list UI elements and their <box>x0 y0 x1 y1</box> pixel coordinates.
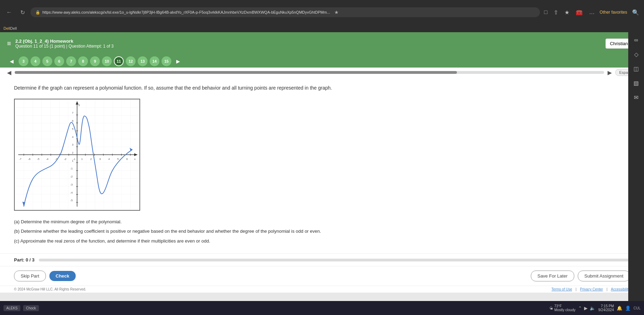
copyright-links: Terms of Use | Privacy Center | Accessib… <box>551 287 630 291</box>
save-for-later-button[interactable]: Save For Later <box>531 271 574 281</box>
weather-temp: 73°F <box>554 304 576 308</box>
dell-toolbar: Dell Dell <box>0 24 644 32</box>
svg-text:5: 5 <box>72 127 74 131</box>
nav-left-arrow[interactable]: ◀ <box>7 57 16 65</box>
share-icon[interactable]: ⇧ <box>552 8 560 17</box>
url-bar[interactable]: 🔒 https://www-awy.aleks.com/alekscgi/x/l… <box>30 7 540 17</box>
weather-widget: 🌤 73°F Mostly cloudy <box>549 304 576 312</box>
taskbar-notification-icon[interactable]: 🔔 <box>617 306 622 311</box>
svg-text:6: 6 <box>72 119 74 122</box>
nav-right-arrow[interactable]: ▶ <box>173 57 183 65</box>
browser-chrome: ← ↻ 🔒 https://www-awy.aleks.com/alekscgi… <box>0 0 644 24</box>
search-icon[interactable]: 🔍 <box>631 8 640 17</box>
nav-dot-5[interactable]: 5 <box>42 56 52 66</box>
back-button[interactable]: ← <box>4 8 15 17</box>
progress-bar-fill <box>15 71 457 74</box>
question-info: Question 11 of 15 (1 point) | Question A… <box>15 44 114 49</box>
nav-dot-15[interactable]: 15 <box>162 56 171 66</box>
nav-dot-13[interactable]: 13 <box>138 56 148 66</box>
weather-info: 73°F Mostly cloudy <box>554 304 576 312</box>
mail-icon[interactable]: ✉ <box>632 93 640 102</box>
terms-of-use-link[interactable]: Terms of Use <box>551 287 572 291</box>
sub-question-c: (c) Approximate the real zeros of the fu… <box>14 237 630 245</box>
nav-dot-10[interactable]: 10 <box>102 56 112 66</box>
time-display: 7:15 PM <box>598 304 614 308</box>
svg-text:-3: -3 <box>70 183 73 186</box>
header-left: ≡ 2.2 (Obj. 1_2_4) Homework Question 11 … <box>7 38 114 49</box>
forward-button[interactable]: ↻ <box>18 8 28 17</box>
taskbar-time: 7:15 PM 9/24/2024 <box>598 304 614 312</box>
content-area: ≡ 2.2 (Obj. 1_2_4) Homework Question 11 … <box>0 32 644 315</box>
cul-label: CUL <box>633 306 640 310</box>
svg-text:4: 4 <box>108 158 110 161</box>
check-button[interactable]: Check <box>49 271 76 281</box>
nav-dot-4[interactable]: 4 <box>30 56 40 66</box>
taskbar-right: 🌤 73°F Mostly cloudy ⌃ ▶ 🔈 7:15 PM 9/24/… <box>549 304 640 312</box>
more-icon[interactable]: … <box>588 8 596 17</box>
taskbar-chevron-icon[interactable]: ⌃ <box>578 306 582 311</box>
taskbar-network-icon[interactable]: ▶ <box>584 306 588 311</box>
footer-area: Skip Part Check Save For Later Submit As… <box>0 266 644 286</box>
hamburger-button[interactable]: ≡ <box>7 40 11 48</box>
nav-dot-9[interactable]: 9 <box>90 56 100 66</box>
skip-part-button[interactable]: Skip Part <box>14 271 46 281</box>
accessibility-link[interactable]: Accessibility <box>611 287 630 291</box>
next-question-arrow[interactable]: ▶ <box>608 69 612 76</box>
diamond-icon[interactable]: ◇ <box>633 50 640 59</box>
svg-text:-2: -2 <box>64 158 66 161</box>
svg-text:-6: -6 <box>28 158 31 161</box>
svg-text:2: 2 <box>72 151 73 154</box>
tab-icon[interactable]: □ <box>543 8 549 17</box>
taskbar-volume-icon[interactable]: 🔈 <box>590 306 595 311</box>
svg-text:y: y <box>78 103 80 106</box>
progress-area: ◀ ▶ Español <box>0 68 644 77</box>
taskbar-user-icon[interactable]: 👤 <box>625 306 631 311</box>
submit-assignment-button[interactable]: Submit Assignment <box>578 271 630 281</box>
nav-dots-row: ◀ 3 4 5 6 7 8 9 10 11 12 13 14 15 ▶ <box>0 55 644 68</box>
taskbar: ALEKS Chock 🌤 73°F Mostly cloudy ⌃ ▶ 🔈 7… <box>0 301 644 315</box>
prev-question-arrow[interactable]: ◀ <box>7 69 11 76</box>
copyright-separator-1: | <box>576 287 577 291</box>
nav-dot-6[interactable]: 6 <box>54 56 64 66</box>
part-progress-bar <box>39 259 630 261</box>
svg-text:1: 1 <box>81 158 83 161</box>
date-display: 9/24/2024 <box>598 308 614 312</box>
taskbar-chock[interactable]: Chock <box>23 305 39 311</box>
browser-actions: □ ⇧ ★ 🧰 … Other favorites 🔍 <box>543 8 640 17</box>
dell-text: Dell <box>10 26 17 30</box>
svg-text:-5: -5 <box>37 158 40 161</box>
svg-text:5: 5 <box>117 158 119 161</box>
svg-text:-4: -4 <box>70 191 73 194</box>
nav-dot-7[interactable]: 7 <box>66 56 76 66</box>
svg-text:4: 4 <box>72 135 74 139</box>
copyright-bar: © 2024 McGraw Hill LLC. All Rights Reser… <box>0 286 644 293</box>
infinity-icon[interactable]: ∞ <box>633 36 639 45</box>
user-name: Christian <box>610 41 628 46</box>
footer-right: Save For Later Submit Assignment <box>531 271 630 281</box>
footer-left: Skip Part Check <box>14 271 76 281</box>
privacy-center-link[interactable]: Privacy Center <box>580 287 603 291</box>
favorites-icon[interactable]: ★ <box>563 8 571 17</box>
part-label: Part: 0 / 3 <box>14 257 35 262</box>
svg-text:-1: -1 <box>70 167 73 170</box>
svg-text:3: 3 <box>99 158 101 161</box>
question-area: Determine if the graph can represent a p… <box>0 77 644 253</box>
nav-dot-3[interactable]: 3 <box>19 56 28 66</box>
layout-icon[interactable]: ▧ <box>632 78 640 88</box>
svg-text:-7: -7 <box>19 158 21 161</box>
taskbar-aleks[interactable]: ALEKS <box>4 305 20 311</box>
grid-icon[interactable]: ◫ <box>632 64 640 74</box>
svg-text:3: 3 <box>72 143 74 146</box>
extensions-icon[interactable]: 🧰 <box>574 8 584 17</box>
svg-text:7: 7 <box>72 111 73 114</box>
svg-text:-1: -1 <box>73 158 75 161</box>
favorites-label: Other favorites <box>600 10 627 15</box>
svg-text:-4: -4 <box>46 158 49 161</box>
nav-dot-12[interactable]: 12 <box>126 56 136 66</box>
question-text: Determine if the graph can represent a p… <box>14 84 630 92</box>
graph-svg: 7 6 5 4 3 2 1 -1 -2 -3 -4 -5 -7 -6 -5 <box>15 99 139 210</box>
nav-dot-14[interactable]: 14 <box>150 56 159 66</box>
nav-dot-8[interactable]: 8 <box>78 56 88 66</box>
copyright-separator-2: | <box>607 287 608 291</box>
nav-dot-11[interactable]: 11 <box>114 56 124 66</box>
